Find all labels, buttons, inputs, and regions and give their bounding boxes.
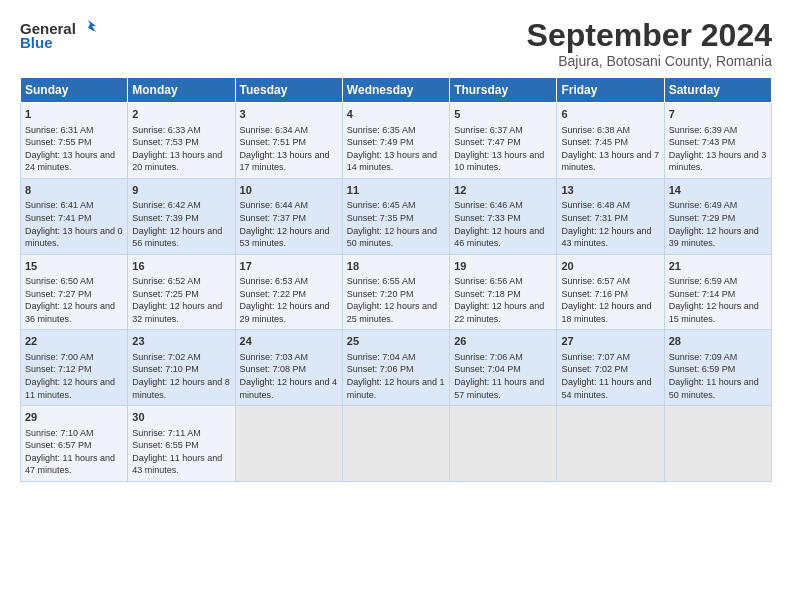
calendar-cell: 21 Sunrise: 6:59 AM Sunset: 7:14 PM Dayl…: [664, 254, 771, 330]
day-number: 15: [25, 259, 123, 274]
sunset-label: Sunset: 6:55 PM: [132, 440, 199, 450]
sunrise-label: Sunrise: 7:11 AM: [132, 428, 201, 438]
calendar-cell: [450, 406, 557, 482]
calendar-cell: 4 Sunrise: 6:35 AM Sunset: 7:49 PM Dayli…: [342, 103, 449, 179]
day-number: 3: [240, 107, 338, 122]
sunset-label: Sunset: 7:27 PM: [25, 289, 92, 299]
sunrise-label: Sunrise: 6:53 AM: [240, 276, 309, 286]
sunrise-label: Sunrise: 6:50 AM: [25, 276, 94, 286]
daylight-label: Daylight: 12 hours and 15 minutes.: [669, 301, 759, 324]
sunrise-label: Sunrise: 7:09 AM: [669, 352, 738, 362]
daylight-label: Daylight: 13 hours and 14 minutes.: [347, 150, 437, 173]
sunset-label: Sunset: 6:57 PM: [25, 440, 92, 450]
calendar-cell: 30 Sunrise: 7:11 AM Sunset: 6:55 PM Dayl…: [128, 406, 235, 482]
subtitle: Bajura, Botosani County, Romania: [527, 53, 772, 69]
sunrise-label: Sunrise: 6:56 AM: [454, 276, 523, 286]
daylight-label: Daylight: 12 hours and 11 minutes.: [25, 377, 115, 400]
day-number: 29: [25, 410, 123, 425]
day-number: 13: [561, 183, 659, 198]
daylight-label: Daylight: 11 hours and 43 minutes.: [132, 453, 222, 476]
calendar-week-row: 1 Sunrise: 6:31 AM Sunset: 7:55 PM Dayli…: [21, 103, 772, 179]
sunrise-label: Sunrise: 6:34 AM: [240, 125, 309, 135]
col-monday: Monday: [128, 78, 235, 103]
day-number: 10: [240, 183, 338, 198]
calendar-cell: 20 Sunrise: 6:57 AM Sunset: 7:16 PM Dayl…: [557, 254, 664, 330]
day-number: 7: [669, 107, 767, 122]
sunset-label: Sunset: 7:31 PM: [561, 213, 628, 223]
calendar-cell: 22 Sunrise: 7:00 AM Sunset: 7:12 PM Dayl…: [21, 330, 128, 406]
day-number: 4: [347, 107, 445, 122]
daylight-label: Daylight: 12 hours and 39 minutes.: [669, 226, 759, 249]
calendar-cell: 14 Sunrise: 6:49 AM Sunset: 7:29 PM Dayl…: [664, 178, 771, 254]
calendar-table: Sunday Monday Tuesday Wednesday Thursday…: [20, 77, 772, 482]
daylight-label: Daylight: 12 hours and 32 minutes.: [132, 301, 222, 324]
sunrise-label: Sunrise: 6:49 AM: [669, 200, 738, 210]
sunset-label: Sunset: 7:33 PM: [454, 213, 521, 223]
logo-blue: Blue: [20, 34, 53, 51]
col-wednesday: Wednesday: [342, 78, 449, 103]
calendar-cell: [664, 406, 771, 482]
calendar-week-row: 8 Sunrise: 6:41 AM Sunset: 7:41 PM Dayli…: [21, 178, 772, 254]
page: General Blue September 2024 Bajura, Boto…: [0, 0, 792, 492]
svg-marker-0: [88, 20, 96, 32]
calendar-cell: 24 Sunrise: 7:03 AM Sunset: 7:08 PM Dayl…: [235, 330, 342, 406]
daylight-label: Daylight: 11 hours and 54 minutes.: [561, 377, 651, 400]
sunset-label: Sunset: 7:20 PM: [347, 289, 414, 299]
daylight-label: Daylight: 12 hours and 25 minutes.: [347, 301, 437, 324]
daylight-label: Daylight: 13 hours and 3 minutes.: [669, 150, 767, 173]
calendar-cell: 6 Sunrise: 6:38 AM Sunset: 7:45 PM Dayli…: [557, 103, 664, 179]
sunset-label: Sunset: 7:16 PM: [561, 289, 628, 299]
day-number: 5: [454, 107, 552, 122]
sunset-label: Sunset: 7:35 PM: [347, 213, 414, 223]
daylight-label: Daylight: 13 hours and 17 minutes.: [240, 150, 330, 173]
day-number: 20: [561, 259, 659, 274]
logo: General Blue: [20, 18, 98, 51]
day-number: 26: [454, 334, 552, 349]
calendar-cell: 5 Sunrise: 6:37 AM Sunset: 7:47 PM Dayli…: [450, 103, 557, 179]
calendar-cell: 3 Sunrise: 6:34 AM Sunset: 7:51 PM Dayli…: [235, 103, 342, 179]
day-number: 25: [347, 334, 445, 349]
sunset-label: Sunset: 7:39 PM: [132, 213, 199, 223]
daylight-label: Daylight: 11 hours and 47 minutes.: [25, 453, 115, 476]
day-number: 30: [132, 410, 230, 425]
day-number: 16: [132, 259, 230, 274]
daylight-label: Daylight: 12 hours and 50 minutes.: [347, 226, 437, 249]
calendar-cell: 23 Sunrise: 7:02 AM Sunset: 7:10 PM Dayl…: [128, 330, 235, 406]
day-number: 12: [454, 183, 552, 198]
daylight-label: Daylight: 12 hours and 29 minutes.: [240, 301, 330, 324]
sunrise-label: Sunrise: 7:03 AM: [240, 352, 309, 362]
sunset-label: Sunset: 7:14 PM: [669, 289, 736, 299]
calendar-cell: 16 Sunrise: 6:52 AM Sunset: 7:25 PM Dayl…: [128, 254, 235, 330]
day-number: 18: [347, 259, 445, 274]
sunset-label: Sunset: 7:37 PM: [240, 213, 307, 223]
sunrise-label: Sunrise: 6:55 AM: [347, 276, 416, 286]
calendar-cell: 18 Sunrise: 6:55 AM Sunset: 7:20 PM Dayl…: [342, 254, 449, 330]
sunset-label: Sunset: 7:55 PM: [25, 137, 92, 147]
daylight-label: Daylight: 12 hours and 8 minutes.: [132, 377, 230, 400]
sunset-label: Sunset: 7:45 PM: [561, 137, 628, 147]
col-thursday: Thursday: [450, 78, 557, 103]
sunset-label: Sunset: 7:25 PM: [132, 289, 199, 299]
sunrise-label: Sunrise: 6:42 AM: [132, 200, 201, 210]
sunrise-label: Sunrise: 7:00 AM: [25, 352, 94, 362]
sunset-label: Sunset: 7:51 PM: [240, 137, 307, 147]
day-number: 8: [25, 183, 123, 198]
day-number: 1: [25, 107, 123, 122]
calendar-cell: 27 Sunrise: 7:07 AM Sunset: 7:02 PM Dayl…: [557, 330, 664, 406]
sunrise-label: Sunrise: 6:38 AM: [561, 125, 630, 135]
day-number: 2: [132, 107, 230, 122]
calendar-cell: 17 Sunrise: 6:53 AM Sunset: 7:22 PM Dayl…: [235, 254, 342, 330]
calendar-cell: 13 Sunrise: 6:48 AM Sunset: 7:31 PM Dayl…: [557, 178, 664, 254]
calendar-week-row: 29 Sunrise: 7:10 AM Sunset: 6:57 PM Dayl…: [21, 406, 772, 482]
sunset-label: Sunset: 7:08 PM: [240, 364, 307, 374]
calendar-cell: [235, 406, 342, 482]
main-title: September 2024: [527, 18, 772, 53]
title-block: September 2024 Bajura, Botosani County, …: [527, 18, 772, 69]
header: General Blue September 2024 Bajura, Boto…: [20, 18, 772, 69]
calendar-cell: 2 Sunrise: 6:33 AM Sunset: 7:53 PM Dayli…: [128, 103, 235, 179]
header-row: Sunday Monday Tuesday Wednesday Thursday…: [21, 78, 772, 103]
calendar-cell: 26 Sunrise: 7:06 AM Sunset: 7:04 PM Dayl…: [450, 330, 557, 406]
daylight-label: Daylight: 12 hours and 1 minute.: [347, 377, 445, 400]
sunrise-label: Sunrise: 6:52 AM: [132, 276, 201, 286]
sunrise-label: Sunrise: 6:46 AM: [454, 200, 523, 210]
